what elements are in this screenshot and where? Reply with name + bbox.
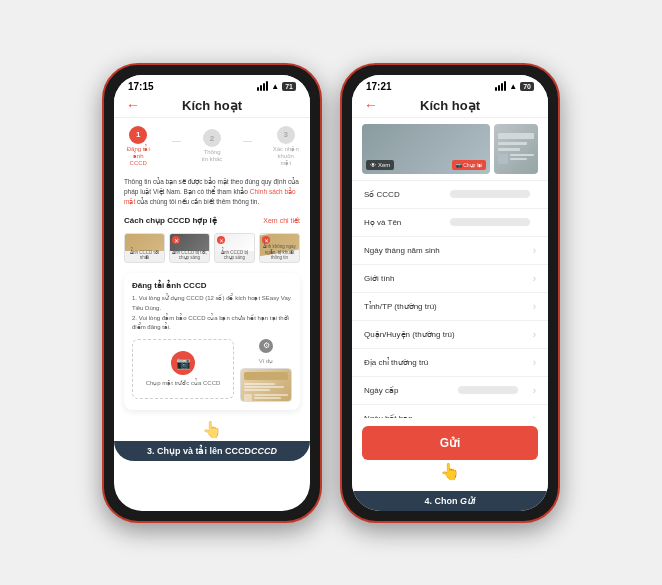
nav-title-2: Kích hoạt: [420, 98, 480, 113]
view-label[interactable]: 👁 Xem: [366, 160, 394, 170]
gear-icon: ⚙: [259, 339, 273, 353]
status-time-2: 17:21: [366, 81, 392, 92]
form-label-quan-huyen: Quận/Huyện (thường trú): [364, 330, 455, 339]
form-item-dia-chi[interactable]: Địa chỉ thường trú ›: [352, 349, 548, 377]
section-title-1: Cách chụp CCCD hợp lệ: [124, 216, 217, 225]
form-label-dia-chi: Địa chỉ thường trú: [364, 358, 444, 367]
finger-icon-2: 👆: [440, 462, 460, 481]
chevron-tinh-tp: ›: [533, 301, 536, 312]
chevron-quan-huyen: ›: [533, 329, 536, 340]
battery-num-1: 71: [282, 82, 296, 91]
status-icons-1: ▲ 71: [257, 81, 296, 91]
id-preview-area: 👁 Xem 📷 Chụp lại: [352, 118, 548, 181]
upload-box-front[interactable]: 📷 Chụp mặt trước của CCCD: [132, 339, 234, 399]
form-label-so-cccd: Số CCCD: [364, 190, 444, 199]
form-label-ho-ten: Họ và Tên: [364, 218, 444, 227]
back-button-1[interactable]: ←: [126, 97, 140, 113]
form-item-ho-ten: Họ và Tên: [352, 209, 548, 237]
id-example-label-4: Ảnh không ngay ngắn, bị khuất thông tin: [262, 244, 297, 260]
phone-1: 17:15 ▲ 71 ← Kích hoạt: [102, 63, 322, 523]
id-examples-row: Ảnh CCCD tốt nhất ✕ Ảnh CCCD bị tối, chụ…: [114, 229, 310, 267]
step-connector-2: [243, 141, 252, 142]
retake-button[interactable]: 📷 Chụp lại: [452, 160, 486, 170]
status-bar-2: 17:21 ▲ 70: [352, 75, 548, 94]
form-label-gioi-tinh: Giới tính: [364, 274, 444, 283]
id-example-label-1: Ảnh CCCD tốt nhất: [127, 250, 162, 261]
step-label-3: Xác nhận khuôn mặt: [272, 146, 300, 168]
status-bar-1: 17:15 ▲ 71: [114, 75, 310, 94]
upload-title: Đăng tải ảnh CCCD: [132, 281, 292, 290]
example-label: Ví dụ: [259, 357, 274, 364]
nav-bar-2: ← Kích hoạt: [352, 94, 548, 118]
id-example-label-2: Ảnh CCCD bị tối, chụp sáng: [172, 250, 207, 261]
back-button-2[interactable]: ←: [364, 97, 378, 113]
chevron-ngay-sinh: ›: [533, 245, 536, 256]
form-list: Số CCCD Họ và Tên Ngày tháng năm sinh › …: [352, 181, 548, 418]
id-preview-main: 👁 Xem 📷 Chụp lại: [362, 124, 490, 174]
id-preview-thumb: [494, 124, 538, 174]
form-item-ngay-het-han[interactable]: Ngày hết hạn ›: [352, 405, 548, 418]
form-label-tinh-tp: Tỉnh/TP (thường trú): [364, 302, 444, 311]
id-card-mini: [241, 369, 291, 402]
caption-bar-1: 3. Chụp và tải lên CCCDCCCD: [114, 441, 310, 461]
form-item-so-cccd: Số CCCD: [352, 181, 548, 209]
section-link-1[interactable]: Xem chi tiết: [263, 217, 300, 225]
id-example-label-3: Ảnh CCCD bị chụp sáng: [217, 250, 252, 261]
step-circle-2: 2: [203, 129, 221, 147]
step-circle-1: 1: [129, 126, 147, 144]
form-item-ngay-sinh[interactable]: Ngày tháng năm sinh ›: [352, 237, 548, 265]
example-img: [240, 368, 292, 402]
signal-icon-2: [495, 81, 506, 91]
upload-instructions: 1. Vui lòng sử dụng CCCD (12 số) để kích…: [132, 294, 292, 332]
wifi-icon-2: ▲: [509, 82, 517, 91]
id-example-2: ✕ Ảnh CCCD bị tối, chụp sáng: [169, 233, 210, 263]
upload-section: Đăng tải ảnh CCCD 1. Vui lòng sử dụng CC…: [124, 273, 300, 409]
phone-1-wrapper: 17:15 ▲ 71 ← Kích hoạt: [102, 63, 322, 523]
phone-1-screen: 17:15 ▲ 71 ← Kích hoạt: [114, 75, 310, 511]
form-value-ho-ten: [450, 218, 530, 226]
id-example-4: ✕ Ảnh không ngay ngắn, bị khuất thông ti…: [259, 233, 300, 263]
camera-icon: 📷: [171, 351, 195, 375]
status-time-1: 17:15: [128, 81, 154, 92]
step-3: 3 Xác nhận khuôn mặt: [272, 126, 300, 168]
chevron-ngay-cap: ›: [533, 385, 536, 396]
phone-2-screen: 17:21 ▲ 70 ← Kích hoạt: [352, 75, 548, 511]
phone-2: 17:21 ▲ 70 ← Kích hoạt: [340, 63, 560, 523]
form-item-ngay-cap[interactable]: Ngày cấp ›: [352, 377, 548, 405]
form-item-quan-huyen[interactable]: Quận/Huyện (thường trú) ›: [352, 321, 548, 349]
form-value-ngay-cap: [458, 386, 518, 394]
id-example-3: ✕ Ảnh CCCD bị chụp sáng: [214, 233, 255, 263]
step-label-1: Đăng tải ảnh CCCD: [124, 146, 152, 168]
step-2: 2 Thông tin khác: [201, 129, 223, 163]
example-column: ⚙ Ví dụ: [240, 339, 292, 402]
nav-bar-1: ← Kích hoạt: [114, 94, 310, 118]
submit-area: Gửi 👆: [352, 418, 548, 491]
step-circle-3: 3: [277, 126, 295, 144]
upload-box-label: Chụp mặt trước của CCCD: [146, 379, 221, 386]
steps-row-1: 1 Đăng tải ảnh CCCD 2 Thông tin khác 3: [114, 118, 310, 172]
section-header-1: Cách chụp CCCD hợp lệ Xem chi tiết: [114, 212, 310, 229]
form-label-ngay-sinh: Ngày tháng năm sinh: [364, 246, 444, 255]
submit-finger: 👆: [362, 460, 538, 483]
finger-icon-1: 👆: [202, 420, 222, 439]
battery-num-2: 70: [520, 82, 534, 91]
chevron-gioi-tinh: ›: [533, 273, 536, 284]
submit-button[interactable]: Gửi: [362, 426, 538, 460]
form-label-ngay-cap: Ngày cấp: [364, 386, 444, 395]
info-text-1: Thông tin của bạn sẽ được bảo mật theo đ…: [114, 171, 310, 212]
id-example-1: Ảnh CCCD tốt nhất: [124, 233, 165, 263]
nav-title-1: Kích hoạt: [182, 98, 242, 113]
form-value-so-cccd: [450, 190, 530, 198]
upload-area-row: 📷 Chụp mặt trước của CCCD ⚙ Ví dụ: [132, 339, 292, 402]
form-item-tinh-tp[interactable]: Tỉnh/TP (thường trú) ›: [352, 293, 548, 321]
phone-2-wrapper: 17:21 ▲ 70 ← Kích hoạt: [340, 63, 560, 523]
chevron-dia-chi: ›: [533, 357, 536, 368]
signal-icon-1: [257, 81, 268, 91]
form-item-gioi-tinh[interactable]: Giới tính ›: [352, 265, 548, 293]
step-label-2: Thông tin khác: [201, 149, 223, 163]
wifi-icon-1: ▲: [271, 82, 279, 91]
step-connector-1: [172, 141, 181, 142]
caption-bar-2: 4. Chon Gửi: [352, 491, 548, 511]
status-icons-2: ▲ 70: [495, 81, 534, 91]
finger-hint-1: 👆: [114, 416, 310, 441]
